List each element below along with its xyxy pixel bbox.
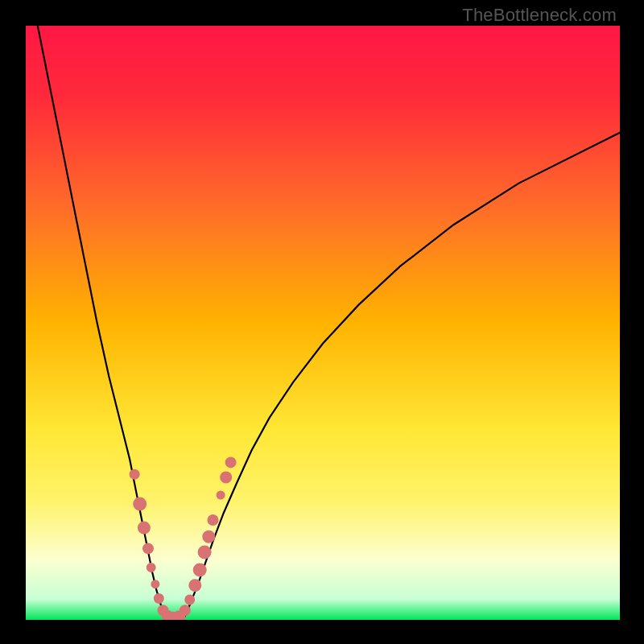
marker-dot: [147, 564, 155, 572]
marker-dot: [180, 605, 190, 615]
marker-dot: [151, 580, 159, 588]
marker-dot: [194, 564, 206, 576]
plot-area: [26, 26, 620, 620]
curve-right-branch: [184, 133, 620, 620]
watermark-text: TheBottleneck.com: [462, 5, 617, 26]
marker-dot: [155, 594, 163, 603]
marker-dot: [185, 595, 194, 604]
chart-svg: [26, 26, 620, 620]
marker-dot: [143, 543, 153, 553]
marker-dot: [199, 546, 211, 558]
marker-dot: [134, 498, 146, 510]
marker-dot: [221, 472, 231, 482]
marker-dot: [217, 492, 225, 499]
marker-dot: [208, 515, 218, 525]
marker-dot: [189, 580, 200, 591]
marker-dot: [130, 470, 139, 479]
marker-dot: [138, 522, 150, 534]
marker-dot: [203, 531, 214, 543]
chart-frame: TheBottleneck.com: [0, 0, 644, 644]
marker-dot: [226, 457, 236, 467]
